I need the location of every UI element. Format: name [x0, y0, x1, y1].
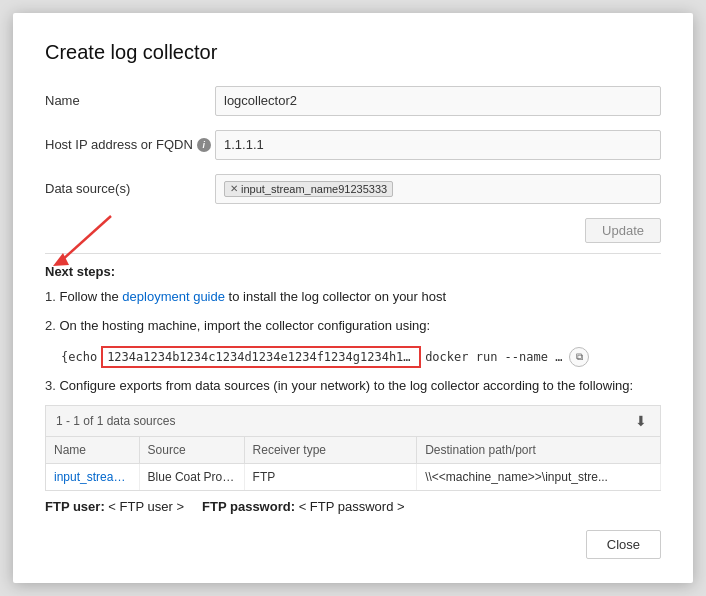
datasource-tag: ✕ input_stream_name91235333: [224, 181, 393, 197]
update-button[interactable]: Update: [585, 218, 661, 243]
cell-source: Blue Coat ProxySG - Access l...: [139, 464, 244, 491]
table-pagination: 1 - 1 of 1 data sources: [56, 414, 175, 428]
close-button[interactable]: Close: [586, 530, 661, 559]
copy-icon[interactable]: ⧉: [569, 347, 589, 367]
step-3: 3. Configure exports from data sources (…: [45, 376, 661, 396]
deployment-guide-link[interactable]: deployment guide: [122, 289, 225, 304]
cell-destination: \\<<machine_name>>\input_stre...: [417, 464, 661, 491]
dialog-title: Create log collector: [45, 41, 661, 64]
datasource-field[interactable]: ✕ input_stream_name91235333: [215, 174, 661, 204]
name-row: Name: [45, 86, 661, 116]
datasource-label: Data source(s): [45, 181, 215, 196]
host-input[interactable]: [215, 130, 661, 160]
cmd-highlight: 1234a1234b1234c1234d1234e1234f1234g1234h…: [101, 346, 421, 368]
dialog-footer: Close: [45, 530, 661, 559]
data-table: Name Source Receiver type Destination pa…: [45, 436, 661, 491]
ftp-user-label: FTP user:: [45, 499, 105, 514]
update-row: Update: [45, 218, 661, 243]
step-1: 1. Follow the deployment guide to instal…: [45, 287, 661, 307]
divider: [45, 253, 661, 254]
cmd-suffix: docker run --name logcollector2 -p 21:21…: [425, 350, 565, 364]
col-name: Name: [46, 437, 140, 464]
table-header-row: 1 - 1 of 1 data sources ⬇: [45, 405, 661, 436]
ftp-pass-value: < FTP password >: [299, 499, 405, 514]
col-source: Source: [139, 437, 244, 464]
datasource-row: Data source(s) ✕ input_stream_name912353…: [45, 174, 661, 204]
cell-receiver: FTP: [244, 464, 417, 491]
ftp-user-value: < FTP user >: [108, 499, 184, 514]
tag-remove-icon[interactable]: ✕: [230, 183, 238, 194]
step-2: 2. On the hosting machine, import the co…: [45, 316, 661, 336]
data-sources-table-section: 1 - 1 of 1 data sources ⬇ Name Source Re…: [45, 405, 661, 491]
table-row: input_stream_name9... Blue Coat ProxySG …: [46, 464, 661, 491]
col-receiver: Receiver type: [244, 437, 417, 464]
cmd-prefix: {echo: [61, 350, 97, 364]
ftp-info: FTP user: < FTP user > FTP password: < F…: [45, 499, 661, 514]
next-steps-title: Next steps:: [45, 264, 661, 279]
download-icon[interactable]: ⬇: [632, 412, 650, 430]
host-row: Host IP address or FQDN i: [45, 130, 661, 160]
name-input[interactable]: [215, 86, 661, 116]
ftp-pass-label: FTP password:: [202, 499, 295, 514]
host-label: Host IP address or FQDN i: [45, 137, 215, 152]
cell-name[interactable]: input_stream_name9...: [46, 464, 140, 491]
name-label: Name: [45, 93, 215, 108]
command-row: {echo 1234a1234b1234c1234d1234e1234f1234…: [61, 346, 661, 368]
host-info-icon[interactable]: i: [197, 138, 211, 152]
col-destination: Destination path/port: [417, 437, 661, 464]
